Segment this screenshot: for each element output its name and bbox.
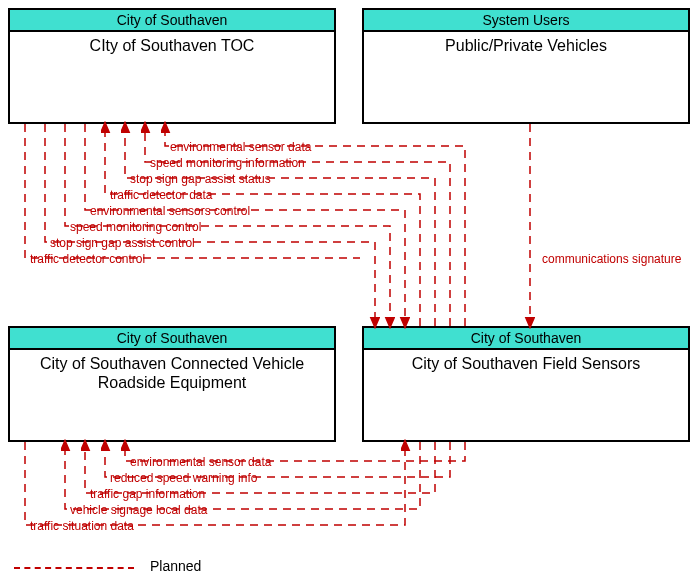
flow-communications-signature: communications signature [542,252,681,266]
node-field-sensors: City of Southaven City of Southaven Fiel… [362,326,690,442]
flow-env-sensors-control: environmental sensors control [90,204,250,218]
flow-traffic-situation-data: traffic situation data [30,519,134,533]
flow-vehicle-signage: vehicle signage local data [70,503,207,517]
node-system-users: System Users Public/Private Vehicles [362,8,690,124]
flow-env-sensor-data-top: environmental sensor data [170,140,311,154]
node-field-sensors-body: City of Southaven Field Sensors [364,350,688,377]
flow-env-sensor-data-bottom: environmental sensor data [130,455,271,469]
flow-traffic-detector-control: traffic detector control [30,252,145,266]
node-toc-body: CIty of Southaven TOC [10,32,334,59]
flow-traffic-detector-data: traffic detector data [110,188,213,202]
flow-speed-monitoring-control: speed monitoring control [70,220,201,234]
legend-planned-line [14,567,134,569]
node-system-users-body: Public/Private Vehicles [364,32,688,59]
flow-speed-monitoring-info: speed monitoring information [150,156,305,170]
node-toc-header: City of Southaven [10,10,334,32]
node-roadside-body: City of Southaven Connected Vehicle Road… [10,350,334,396]
flow-reduced-speed-warning: reduced speed warning info [110,471,257,485]
flow-stop-sign-control: stop sign gap assist control [50,236,195,250]
flow-stop-sign-status: stop sign gap assist status [130,172,271,186]
node-roadside-equipment: City of Southaven City of Southaven Conn… [8,326,336,442]
flow-traffic-gap-info: traffic gap information [90,487,205,501]
node-roadside-header: City of Southaven [10,328,334,350]
node-toc: City of Southaven CIty of Southaven TOC [8,8,336,124]
legend-planned-label: Planned [150,558,201,574]
node-field-sensors-header: City of Southaven [364,328,688,350]
node-system-users-header: System Users [364,10,688,32]
